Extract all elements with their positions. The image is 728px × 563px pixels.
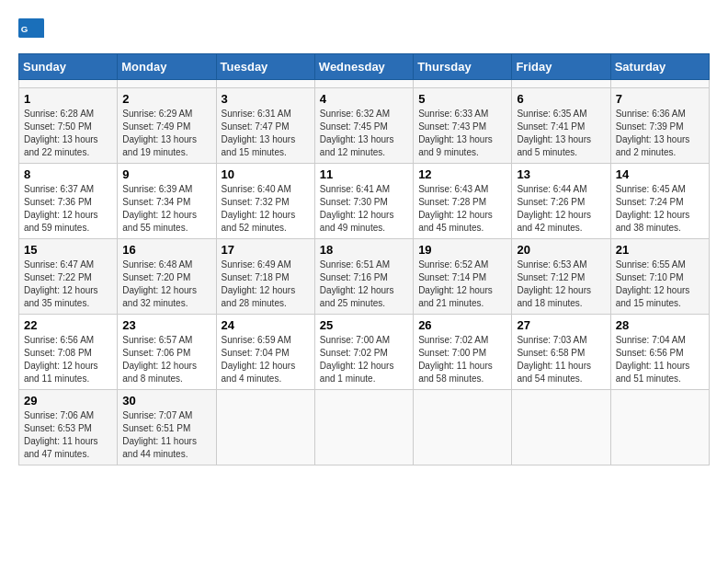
calendar-cell: [610, 390, 709, 465]
calendar-week-row: 29Sunrise: 7:06 AMSunset: 6:53 PMDayligh…: [19, 390, 710, 465]
day-number: 8: [24, 167, 112, 181]
day-header-tuesday: Tuesday: [216, 54, 314, 80]
calendar-cell: 1Sunrise: 6:28 AMSunset: 7:50 PMDaylight…: [19, 88, 118, 164]
day-header-monday: Monday: [118, 54, 216, 80]
day-detail: Sunrise: 6:45 AMSunset: 7:24 PMDaylight:…: [616, 183, 704, 235]
day-detail: Sunrise: 6:36 AMSunset: 7:39 PMDaylight:…: [616, 108, 704, 159]
calendar-cell: [414, 390, 512, 465]
calendar-cell: [512, 390, 610, 465]
day-number: 20: [517, 243, 605, 257]
calendar-cell: [314, 390, 413, 465]
calendar-cell: 25Sunrise: 7:00 AMSunset: 7:02 PMDayligh…: [314, 315, 413, 390]
day-number: 25: [320, 318, 408, 332]
calendar-cell: [512, 80, 610, 88]
day-number: 7: [616, 92, 704, 106]
calendar-cell: 20Sunrise: 6:53 AMSunset: 7:12 PMDayligh…: [512, 239, 610, 315]
day-header-wednesday: Wednesday: [314, 54, 413, 80]
day-number: 23: [122, 318, 210, 332]
day-detail: Sunrise: 6:39 AMSunset: 7:34 PMDaylight:…: [122, 183, 210, 235]
logo-icon: G: [18, 18, 44, 44]
day-number: 6: [517, 92, 605, 106]
day-number: 29: [24, 394, 112, 408]
day-detail: Sunrise: 6:32 AMSunset: 7:45 PMDaylight:…: [320, 108, 408, 159]
day-detail: Sunrise: 6:31 AMSunset: 7:47 PMDaylight:…: [222, 108, 310, 159]
calendar-cell: 4Sunrise: 6:32 AMSunset: 7:45 PMDaylight…: [314, 88, 413, 164]
day-detail: Sunrise: 6:51 AMSunset: 7:16 PMDaylight:…: [320, 259, 408, 310]
calendar-cell: 5Sunrise: 6:33 AMSunset: 7:43 PMDaylight…: [414, 88, 512, 164]
calendar-week-row: 22Sunrise: 6:56 AMSunset: 7:08 PMDayligh…: [19, 315, 710, 390]
day-detail: Sunrise: 6:41 AMSunset: 7:30 PMDaylight:…: [320, 183, 408, 235]
calendar-cell: 30Sunrise: 7:07 AMSunset: 6:51 PMDayligh…: [118, 390, 216, 465]
day-detail: Sunrise: 7:03 AMSunset: 6:58 PMDaylight:…: [517, 334, 605, 385]
day-number: 4: [320, 92, 408, 106]
calendar-cell: 3Sunrise: 6:31 AMSunset: 7:47 PMDaylight…: [216, 88, 314, 164]
day-detail: Sunrise: 6:40 AMSunset: 7:32 PMDaylight:…: [222, 183, 310, 235]
calendar-table: SundayMondayTuesdayWednesdayThursdayFrid…: [18, 53, 710, 465]
day-detail: Sunrise: 7:06 AMSunset: 6:53 PMDaylight:…: [24, 409, 112, 461]
day-detail: Sunrise: 6:47 AMSunset: 7:22 PMDaylight:…: [24, 259, 112, 310]
calendar-cell: 13Sunrise: 6:44 AMSunset: 7:26 PMDayligh…: [512, 164, 610, 239]
calendar-cell: 24Sunrise: 6:59 AMSunset: 7:04 PMDayligh…: [216, 315, 314, 390]
calendar-cell: 7Sunrise: 6:36 AMSunset: 7:39 PMDaylight…: [610, 88, 709, 164]
day-header-friday: Friday: [512, 54, 610, 80]
day-detail: Sunrise: 7:02 AMSunset: 7:00 PMDaylight:…: [418, 334, 506, 385]
calendar-cell: 11Sunrise: 6:41 AMSunset: 7:30 PMDayligh…: [314, 164, 413, 239]
day-header-thursday: Thursday: [414, 54, 512, 80]
calendar-cell: [216, 390, 314, 465]
day-detail: Sunrise: 7:04 AMSunset: 6:56 PMDaylight:…: [616, 334, 704, 385]
day-detail: Sunrise: 6:33 AMSunset: 7:43 PMDaylight:…: [418, 108, 506, 159]
day-number: 30: [122, 394, 210, 408]
day-header-saturday: Saturday: [610, 54, 709, 80]
day-detail: Sunrise: 6:49 AMSunset: 7:18 PMDaylight:…: [222, 259, 310, 310]
calendar-cell: 16Sunrise: 6:48 AMSunset: 7:20 PMDayligh…: [118, 239, 216, 315]
calendar-cell: [610, 80, 709, 88]
calendar-cell: 26Sunrise: 7:02 AMSunset: 7:00 PMDayligh…: [414, 315, 512, 390]
day-number: 9: [122, 167, 210, 181]
day-detail: Sunrise: 6:56 AMSunset: 7:08 PMDaylight:…: [24, 334, 112, 385]
day-detail: Sunrise: 6:53 AMSunset: 7:12 PMDaylight:…: [517, 259, 605, 310]
calendar-cell: 18Sunrise: 6:51 AMSunset: 7:16 PMDayligh…: [314, 239, 413, 315]
calendar-cell: 2Sunrise: 6:29 AMSunset: 7:49 PMDaylight…: [118, 88, 216, 164]
calendar-week-row: [19, 80, 710, 88]
calendar-cell: 9Sunrise: 6:39 AMSunset: 7:34 PMDaylight…: [118, 164, 216, 239]
calendar-cell: 10Sunrise: 6:40 AMSunset: 7:32 PMDayligh…: [216, 164, 314, 239]
calendar-cell: [216, 80, 314, 88]
day-number: 17: [222, 243, 310, 257]
calendar-cell: [414, 80, 512, 88]
day-number: 26: [418, 318, 506, 332]
calendar-week-row: 8Sunrise: 6:37 AMSunset: 7:36 PMDaylight…: [19, 164, 710, 239]
day-number: 3: [222, 92, 310, 106]
calendar-cell: 23Sunrise: 6:57 AMSunset: 7:06 PMDayligh…: [118, 315, 216, 390]
day-number: 28: [616, 318, 704, 332]
calendar-cell: 28Sunrise: 7:04 AMSunset: 6:56 PMDayligh…: [610, 315, 709, 390]
day-detail: Sunrise: 6:44 AMSunset: 7:26 PMDaylight:…: [517, 183, 605, 235]
calendar-cell: [118, 80, 216, 88]
calendar-week-row: 1Sunrise: 6:28 AMSunset: 7:50 PMDaylight…: [19, 88, 710, 164]
calendar-header-row: SundayMondayTuesdayWednesdayThursdayFrid…: [19, 54, 710, 80]
day-detail: Sunrise: 6:43 AMSunset: 7:28 PMDaylight:…: [418, 183, 506, 235]
day-number: 15: [24, 243, 112, 257]
day-number: 16: [122, 243, 210, 257]
day-number: 27: [517, 318, 605, 332]
page-header: G: [18, 18, 710, 44]
calendar-cell: 21Sunrise: 6:55 AMSunset: 7:10 PMDayligh…: [610, 239, 709, 315]
day-detail: Sunrise: 6:52 AMSunset: 7:14 PMDaylight:…: [418, 259, 506, 310]
calendar-cell: 14Sunrise: 6:45 AMSunset: 7:24 PMDayligh…: [610, 164, 709, 239]
day-number: 1: [24, 92, 112, 106]
day-number: 24: [222, 318, 310, 332]
day-number: 5: [418, 92, 506, 106]
day-detail: Sunrise: 7:07 AMSunset: 6:51 PMDaylight:…: [122, 409, 210, 461]
calendar-cell: 17Sunrise: 6:49 AMSunset: 7:18 PMDayligh…: [216, 239, 314, 315]
day-number: 22: [24, 318, 112, 332]
calendar-cell: 29Sunrise: 7:06 AMSunset: 6:53 PMDayligh…: [19, 390, 118, 465]
day-number: 21: [616, 243, 704, 257]
calendar-week-row: 15Sunrise: 6:47 AMSunset: 7:22 PMDayligh…: [19, 239, 710, 315]
day-number: 13: [517, 167, 605, 181]
day-header-sunday: Sunday: [19, 54, 118, 80]
day-number: 18: [320, 243, 408, 257]
day-detail: Sunrise: 6:55 AMSunset: 7:10 PMDaylight:…: [616, 259, 704, 310]
calendar-cell: 12Sunrise: 6:43 AMSunset: 7:28 PMDayligh…: [414, 164, 512, 239]
calendar-cell: 15Sunrise: 6:47 AMSunset: 7:22 PMDayligh…: [19, 239, 118, 315]
calendar-cell: [19, 80, 118, 88]
day-number: 2: [122, 92, 210, 106]
